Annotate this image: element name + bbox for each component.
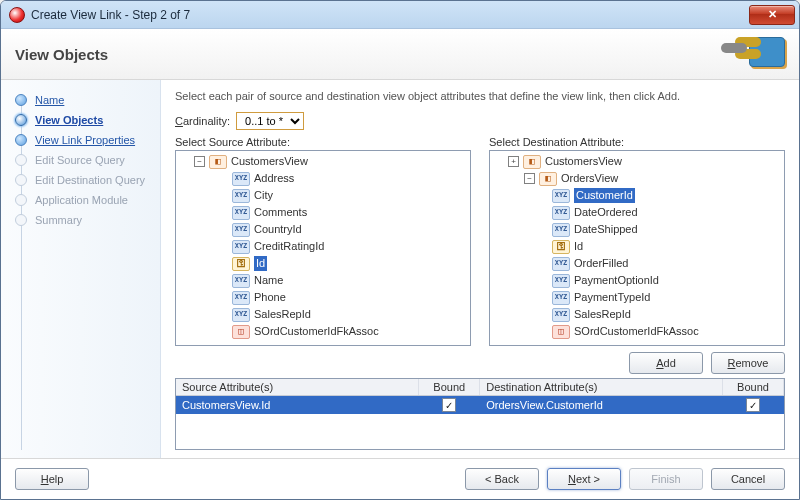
checkbox-icon: ✓ (746, 398, 760, 412)
attribute-icon: XYZ (232, 206, 250, 220)
wizard-footer: Help < Back Next > Finish Cancel (1, 458, 799, 499)
close-icon: ✕ (768, 8, 777, 21)
col-dest[interactable]: Destination Attribute(s) (480, 379, 723, 396)
nav-step-application-module: Application Module (1, 190, 160, 210)
view-object-icon: ◧ (523, 155, 541, 169)
tree-node[interactable]: XYZComments (176, 204, 468, 221)
titlebar: Create View Link - Step 2 of 7 ✕ (1, 1, 799, 29)
table-row[interactable]: CustomersView.Id✓OrdersView.CustomerId✓ (176, 396, 784, 415)
tree-node-ordersview[interactable]: −◧OrdersView (490, 170, 782, 187)
key-icon: ⚿ (552, 240, 570, 254)
cardinality-label: Cardinality: (175, 115, 230, 127)
nav-label: Edit Destination Query (35, 174, 145, 186)
tree-node[interactable]: XYZSalesRepId (176, 306, 468, 323)
tree-node[interactable]: XYZCustomerId (490, 187, 782, 204)
tree-node-label: DateOrdered (574, 205, 638, 220)
tree-node-label: DateShipped (574, 222, 638, 237)
wizard-step-nav: Name View Objects View Link Properties E… (1, 80, 161, 458)
step-dot-icon (15, 194, 27, 206)
association-icon: ◫ (232, 325, 250, 339)
nav-step-view-link-properties[interactable]: View Link Properties (1, 130, 160, 150)
tree-node[interactable]: XYZPaymentTypeId (490, 289, 782, 306)
step-dot-icon (15, 114, 27, 126)
attribute-icon: XYZ (552, 257, 570, 271)
tree-node-label: OrderFilled (574, 256, 628, 271)
view-object-icon: ◧ (209, 155, 227, 169)
tree-node[interactable]: XYZSalesRepId (490, 306, 782, 323)
source-tree[interactable]: −◧CustomersViewXYZAddressXYZCityXYZComme… (175, 150, 471, 346)
nav-step-view-objects[interactable]: View Objects (1, 110, 160, 130)
tree-node-label: SOrdCustomerIdFkAssoc (574, 324, 699, 339)
step-dot-icon (15, 214, 27, 226)
cardinality-row: Cardinality: 0..1 to * (175, 112, 785, 130)
back-button[interactable]: < Back (465, 468, 539, 490)
tree-node[interactable]: ◫SOrdCustomerIdFkAssoc (490, 323, 782, 340)
accesskey: R (728, 357, 736, 369)
source-tree-label: Select Source Attribute: (175, 136, 471, 148)
tree-node[interactable]: XYZOrderFilled (490, 255, 782, 272)
nav-step-name[interactable]: Name (1, 90, 160, 110)
instruction-text: Select each pair of source and destinati… (175, 88, 785, 112)
nav-step-summary: Summary (1, 210, 160, 230)
tree-node[interactable]: ⚿Id (176, 255, 468, 272)
cancel-button[interactable]: Cancel (711, 468, 785, 490)
tree-node[interactable]: ◫SOrdCustomerIdFkAssoc (176, 323, 468, 340)
nav-label: Summary (35, 214, 82, 226)
nav-step-edit-source-query: Edit Source Query (1, 150, 160, 170)
attribute-icon: XYZ (232, 240, 250, 254)
attribute-icon: XYZ (232, 308, 250, 322)
tree-node-label: City (254, 188, 273, 203)
tree-node[interactable]: XYZCountryId (176, 221, 468, 238)
tree-node-label: SOrdCustomerIdFkAssoc (254, 324, 379, 339)
tree-node[interactable]: XYZAddress (176, 170, 468, 187)
tree-node-label: CustomersView (545, 154, 622, 169)
cardinality-select[interactable]: 0..1 to * (236, 112, 304, 130)
tree-node[interactable]: XYZDateShipped (490, 221, 782, 238)
tree-node[interactable]: XYZPaymentOptionId (490, 272, 782, 289)
tree-node-label: Comments (254, 205, 307, 220)
add-button[interactable]: Add (629, 352, 703, 374)
accesskey: A (656, 357, 663, 369)
close-button[interactable]: ✕ (749, 5, 795, 25)
tree-node[interactable]: XYZPhone (176, 289, 468, 306)
checkbox-icon: ✓ (442, 398, 456, 412)
app-icon (9, 7, 25, 23)
tree-node[interactable]: XYZName (176, 272, 468, 289)
page-title: View Objects (15, 46, 108, 63)
tree-node[interactable]: XYZCreditRatingId (176, 238, 468, 255)
col-bound-source[interactable]: Bound (419, 379, 480, 396)
step-dot-icon (15, 94, 27, 106)
finish-button: Finish (629, 468, 703, 490)
tree-node[interactable]: XYZCity (176, 187, 468, 204)
attribute-icon: XYZ (232, 172, 250, 186)
attribute-icon: XYZ (552, 189, 570, 203)
collapse-icon[interactable]: − (194, 156, 205, 167)
step-dot-icon (15, 154, 27, 166)
remove-button[interactable]: Remove (711, 352, 785, 374)
tree-node-label: SalesRepId (574, 307, 631, 322)
window-title: Create View Link - Step 2 of 7 (31, 8, 190, 22)
tree-node[interactable]: ⚿Id (490, 238, 782, 255)
tree-node-customersview[interactable]: +◧CustomersView (490, 153, 782, 170)
tree-node-label: CustomerId (574, 188, 635, 203)
collapse-icon[interactable]: − (524, 173, 535, 184)
dest-tree[interactable]: +◧CustomersView−◧OrdersViewXYZCustomerId… (489, 150, 785, 346)
step-dot-icon (15, 174, 27, 186)
help-button[interactable]: Help (15, 468, 89, 490)
tree-node[interactable]: XYZDateOrdered (490, 204, 782, 221)
key-icon: ⚿ (232, 257, 250, 271)
cell-dest-bound[interactable]: ✓ (723, 396, 784, 415)
cell-source-attr: CustomersView.Id (176, 396, 419, 415)
col-source[interactable]: Source Attribute(s) (176, 379, 419, 396)
cell-source-bound[interactable]: ✓ (419, 396, 480, 415)
tree-node-customersview[interactable]: −◧CustomersView (176, 153, 468, 170)
expand-icon[interactable]: + (508, 156, 519, 167)
col-bound-dest[interactable]: Bound (723, 379, 784, 396)
nav-label: View Link Properties (35, 134, 135, 146)
tree-node-label: CountryId (254, 222, 302, 237)
next-button[interactable]: Next > (547, 468, 621, 490)
cancel-label: Cancel (731, 473, 765, 485)
header-decoration-icon (695, 33, 785, 75)
tree-node-label: CreditRatingId (254, 239, 324, 254)
finish-label: Finish (651, 473, 680, 485)
